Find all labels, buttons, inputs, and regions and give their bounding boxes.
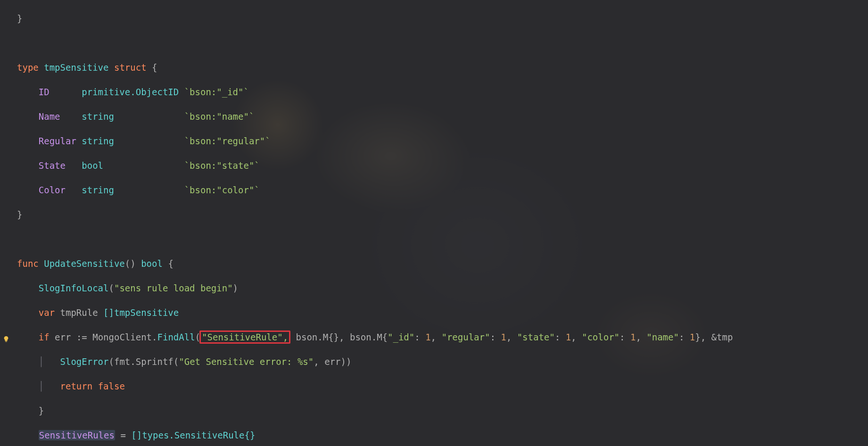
lightbulb-icon[interactable]	[3, 333, 9, 339]
brace-close: }	[17, 13, 22, 24]
bson-m: bson.M{}	[296, 332, 339, 342]
var-tmprule: tmpRule	[60, 307, 98, 318]
proj-regular: "regular"	[441, 332, 490, 342]
field-state: State	[39, 160, 66, 171]
code-editor[interactable]: } type tmpSensitive struct { ID primitiv…	[0, 0, 868, 446]
field-name: Name	[39, 111, 60, 122]
struct-tag: `bson:"color"`	[184, 185, 260, 195]
code-line[interactable]: if err := MongoClient.FindAll("Sensitive…	[17, 331, 868, 343]
call-sloginfo: SlogInfoLocal	[39, 283, 109, 293]
code-line[interactable]: │ SlogError(fmt.Sprintf("Get Sensitive e…	[17, 355, 868, 368]
string-literal: "sens rule load begin"	[114, 283, 233, 293]
field-type: primitive.ObjectID	[82, 87, 179, 97]
struct-tag: `bson:"state"`	[184, 160, 260, 171]
string-literal: "SensitiveRule",	[202, 332, 288, 342]
keyword-type: type	[17, 62, 39, 73]
code-line[interactable]: }	[17, 208, 868, 221]
bson-m-open: bson.M{	[350, 332, 388, 342]
brace-open: {	[152, 62, 157, 73]
keyword-var: var	[39, 307, 55, 318]
keyword-if: if	[39, 332, 50, 342]
keyword-struct: struct	[114, 62, 147, 73]
var-type: []tmpSensitive	[103, 307, 179, 318]
brace-close: }	[695, 332, 700, 342]
types-sensrule: []types.SensitiveRule{}	[131, 430, 255, 440]
keyword-return: return	[60, 381, 93, 391]
field-regular: Regular	[39, 136, 76, 146]
keyword-false: false	[98, 381, 125, 391]
code-line[interactable]: type tmpSensitive struct {	[17, 61, 868, 74]
field-type: string	[82, 185, 114, 195]
code-line[interactable]: SensitiveRules = []types.SensitiveRule{}	[17, 429, 868, 441]
assign-op: :=	[76, 332, 87, 342]
return-type: bool	[141, 258, 163, 269]
proj-state: "state"	[517, 332, 555, 342]
code-line[interactable]: }	[17, 405, 868, 417]
code-line[interactable]	[17, 233, 868, 245]
assign-eq: =	[120, 430, 125, 440]
code-line[interactable]: Name string `bson:"name"`	[17, 110, 868, 123]
struct-tag: `bson:"name"`	[184, 111, 255, 122]
fmt-sprintf: fmt.Sprintf	[114, 356, 174, 367]
tail-amp: , &tmp	[701, 332, 733, 342]
call-findall: FindAll	[157, 332, 195, 342]
code-line[interactable]: }	[17, 12, 868, 25]
field-type: string	[82, 111, 114, 122]
code-line[interactable]: ID primitive.ObjectID `bson:"_id"`	[17, 86, 868, 98]
field-color: Color	[39, 185, 66, 195]
code-line[interactable]	[17, 37, 868, 49]
func-name: UpdateSensitive	[44, 258, 125, 269]
field-id: ID	[39, 87, 50, 97]
code-line[interactable]: SlogInfoLocal("sens rule load begin")	[17, 282, 868, 294]
highlight-sensitiverules: SensitiveRules	[39, 430, 115, 440]
struct-tag: `bson:"_id"`	[184, 87, 249, 97]
code-line[interactable]: var tmpRule []tmpSensitive	[17, 306, 868, 319]
keyword-func: func	[17, 258, 39, 269]
code-line[interactable]: Color string `bson:"color"`	[17, 184, 868, 196]
code-line[interactable]: Regular string `bson:"regular"`	[17, 135, 868, 147]
var-err: err	[324, 356, 340, 367]
mongo-client: MongoClient	[92, 332, 152, 342]
proj-id: "_id"	[388, 332, 414, 342]
brace-close: }	[17, 209, 22, 220]
highlighted-arg-box: "SensitiveRule",	[199, 330, 290, 344]
field-type: bool	[82, 160, 103, 171]
proj-color: "color"	[582, 332, 620, 342]
type-name: tmpSensitive	[44, 62, 108, 73]
code-line[interactable]: │ return false	[17, 380, 868, 392]
call-slogerror: SlogError	[60, 356, 109, 367]
field-type: string	[82, 136, 114, 146]
proj-name: "name"	[646, 332, 679, 342]
string-literal: "Get Sensitive error: %s"	[179, 356, 314, 367]
code-line[interactable]: func UpdateSensitive() bool {	[17, 257, 868, 270]
var-err: err	[55, 332, 71, 342]
code-line[interactable]: State bool `bson:"state"`	[17, 159, 868, 172]
struct-tag: `bson:"regular"`	[184, 136, 271, 146]
